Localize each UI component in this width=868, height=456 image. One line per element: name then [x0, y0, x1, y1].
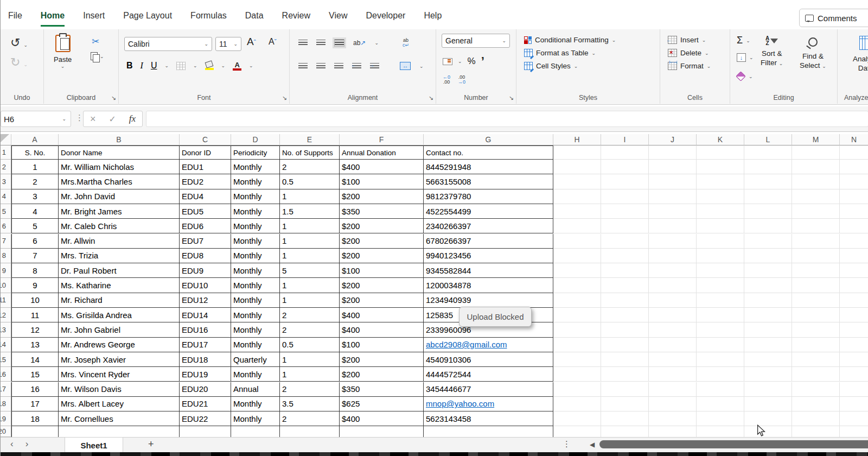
cell-empty[interactable]: [553, 322, 601, 337]
cell-empty[interactable]: [553, 278, 601, 293]
cell-empty[interactable]: [649, 382, 697, 397]
cell-contact-row13[interactable]: abcd2908@gmail.com: [424, 338, 553, 352]
row-header-5[interactable]: 5: [1, 204, 11, 219]
row-header-1[interactable]: 1: [1, 145, 11, 160]
cell-period-row13[interactable]: Monthly: [231, 338, 280, 352]
orientation-button[interactable]: ab↗: [353, 39, 366, 47]
cell-empty[interactable]: [553, 219, 601, 233]
insert-function-button[interactable]: fx: [129, 113, 136, 124]
column-header-N[interactable]: N: [840, 134, 868, 145]
cell-sno-row9[interactable]: 9: [11, 278, 59, 293]
bottom-align-button[interactable]: [334, 39, 344, 47]
cell-id-row10[interactable]: EDU12: [180, 293, 231, 308]
cell-partial-row20[interactable]: [840, 426, 868, 437]
cell-id-row7[interactable]: EDU8: [180, 249, 231, 263]
cell-empty[interactable]: [601, 234, 649, 249]
cell-id-row4[interactable]: EDU5: [180, 204, 231, 219]
cell-empty[interactable]: [744, 249, 792, 263]
row-header-11[interactable]: 11: [1, 293, 11, 308]
cell-name-row15[interactable]: Mrs. Vincent Ryder: [59, 367, 180, 382]
cell-period-row3[interactable]: Monthly: [231, 189, 280, 204]
cell-empty[interactable]: [840, 338, 868, 352]
column-header-I[interactable]: I: [601, 134, 649, 145]
cell-empty[interactable]: [792, 174, 840, 189]
conditional-formatting-button[interactable]: Conditional Formatting⌄: [524, 36, 616, 44]
chevron-down-icon[interactable]: ⌄: [221, 63, 226, 68]
cell-supports-row2[interactable]: 0.5: [280, 174, 340, 189]
cell-empty[interactable]: [649, 160, 697, 174]
cell-empty[interactable]: [840, 382, 868, 397]
cell-partial-row20[interactable]: [744, 426, 792, 437]
cell-supports-row11[interactable]: 2: [280, 308, 340, 322]
row-header-12[interactable]: 12: [1, 308, 11, 322]
cell-contact-row3[interactable]: 9812379780: [424, 189, 553, 204]
merge-center-button[interactable]: ↔: [400, 62, 411, 70]
cell-empty[interactable]: [744, 263, 792, 278]
cell-sno-row6[interactable]: 6: [11, 234, 59, 249]
cell-donation-row1[interactable]: $400: [340, 160, 424, 174]
cell-empty[interactable]: [792, 322, 840, 337]
cell-period-row5[interactable]: Monthly: [231, 219, 280, 233]
cell-partial-row20[interactable]: [180, 426, 231, 437]
align-left-button[interactable]: [298, 63, 308, 69]
cell-contact-row8[interactable]: 9345582844: [424, 263, 553, 278]
cell-empty[interactable]: [601, 263, 649, 278]
cancel-button[interactable]: ×: [90, 113, 96, 125]
cell-donation-row17[interactable]: $625: [340, 397, 424, 411]
format-as-table-button[interactable]: Format as Table⌄: [524, 49, 616, 57]
percent-style-button[interactable]: %: [468, 56, 476, 67]
bold-button[interactable]: B: [126, 61, 133, 71]
horizontal-scrollbar-thumb[interactable]: [599, 440, 868, 448]
cell-donation-row4[interactable]: $350: [340, 204, 424, 219]
cell-empty[interactable]: [744, 174, 792, 189]
cell-empty[interactable]: [840, 174, 868, 189]
cell-name-row4[interactable]: Mr. Bright James: [59, 204, 180, 219]
cell-period-row10[interactable]: Monthly: [231, 293, 280, 308]
chevron-down-icon[interactable]: ⌄: [164, 63, 169, 68]
enter-button[interactable]: ✓: [108, 114, 116, 124]
cell-period-row1[interactable]: Monthly: [231, 160, 280, 174]
cell-donation-row5[interactable]: $200: [340, 219, 424, 233]
cell-contact-row16[interactable]: 3454446677: [424, 382, 553, 397]
cell-name-row13[interactable]: Mr. Andrews George: [59, 338, 180, 352]
prev-sheet-button[interactable]: ‹: [10, 439, 14, 449]
font-size-combo[interactable]: 11 ⌄: [215, 37, 241, 51]
row-header-17[interactable]: 17: [1, 382, 11, 397]
table-header-s-no-[interactable]: S. No.: [11, 145, 59, 160]
cell-period-row7[interactable]: Monthly: [231, 249, 280, 263]
cell-empty[interactable]: [697, 174, 744, 189]
cell-empty[interactable]: [744, 308, 792, 322]
row-header-16[interactable]: 16: [1, 367, 11, 382]
cell-period-row11[interactable]: Monthly: [231, 308, 280, 322]
cell-sno-row4[interactable]: 4: [11, 204, 59, 219]
next-sheet-button[interactable]: ›: [25, 439, 29, 449]
cell-supports-row5[interactable]: 1: [280, 219, 340, 233]
column-header-M[interactable]: M: [792, 134, 840, 145]
cell-id-row15[interactable]: EDU19: [180, 367, 231, 382]
cell-period-row8[interactable]: Monthly: [231, 263, 280, 278]
analyze-data-button[interactable]: Analyze Data: [844, 36, 868, 73]
cell-empty[interactable]: [553, 204, 601, 219]
column-header-K[interactable]: K: [697, 134, 744, 145]
cell-empty[interactable]: [840, 352, 868, 367]
cell-id-row5[interactable]: EDU6: [180, 219, 231, 233]
cell-donation-row12[interactable]: $400: [340, 322, 424, 337]
cell-empty[interactable]: [744, 219, 792, 233]
cell-id-row17[interactable]: EDU21: [180, 397, 231, 411]
cell-empty[interactable]: [553, 234, 601, 249]
cell-sno-row15[interactable]: 15: [11, 367, 59, 382]
cell-id-row2[interactable]: EDU2: [180, 174, 231, 189]
cell-empty[interactable]: [553, 397, 601, 411]
underline-button[interactable]: U: [151, 61, 157, 71]
align-center-button[interactable]: [316, 63, 326, 69]
cell-supports-row3[interactable]: 1: [280, 189, 340, 204]
cell-id-row3[interactable]: EDU4: [180, 189, 231, 204]
cell-empty[interactable]: [840, 219, 868, 233]
cell-name-row18[interactable]: Mr. Cornellues: [59, 411, 180, 426]
cell-empty[interactable]: [649, 352, 697, 367]
cell-period-row4[interactable]: Monthly: [231, 204, 280, 219]
cell-empty[interactable]: [792, 249, 840, 263]
cell-sno-row10[interactable]: 10: [11, 293, 59, 308]
cell-supports-row15[interactable]: 1: [280, 367, 340, 382]
table-header-annual-donation[interactable]: Annual Donation: [340, 145, 424, 160]
